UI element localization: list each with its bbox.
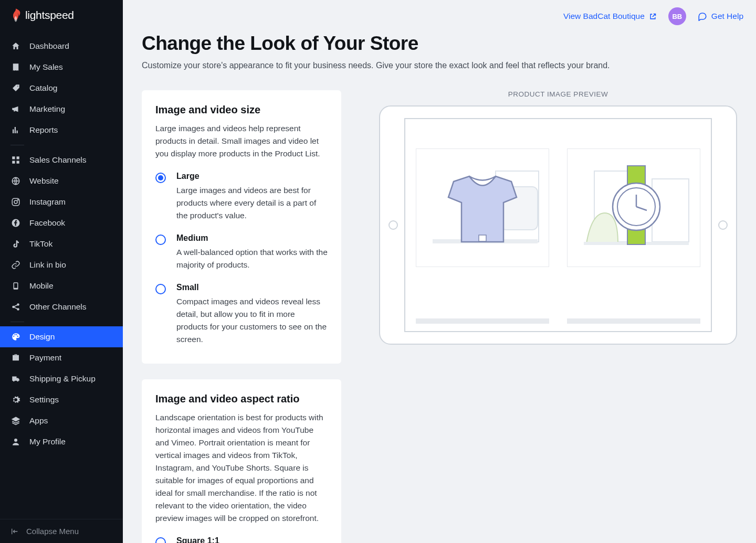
- nav-label: My Sales: [29, 62, 63, 72]
- tiktok-icon: [10, 239, 21, 249]
- nav-label: Mobile: [29, 281, 54, 291]
- sidebar-item-design[interactable]: Design: [0, 326, 123, 347]
- flame-icon: [10, 8, 21, 22]
- tablet-frame: [379, 105, 737, 345]
- view-store-label: View BadCat Boutique: [563, 12, 645, 21]
- sidebar-item-reports[interactable]: Reports: [0, 120, 123, 141]
- nav-label: Website: [29, 176, 59, 186]
- collapse-label: Collapse Menu: [26, 527, 79, 536]
- radio-option-medium[interactable]: Medium A well-balanced option that works…: [155, 233, 328, 271]
- preview-column: PRODUCT IMAGE PREVIEW: [379, 90, 737, 543]
- chat-icon: [698, 12, 707, 21]
- card-desc: Large images and videos help represent p…: [155, 122, 328, 160]
- sidebar-item-instagram[interactable]: Instagram: [0, 191, 123, 212]
- radio-icon[interactable]: [155, 284, 166, 294]
- nav-label: Instagram: [29, 197, 66, 207]
- nav-label: Reports: [29, 125, 58, 135]
- truck-icon: [10, 374, 21, 384]
- palette-icon: [10, 332, 21, 342]
- link-icon: [10, 260, 21, 270]
- sidebar-item-saleschannels[interactable]: Sales Channels: [0, 150, 123, 171]
- sidebar-item-apps[interactable]: Apps: [0, 410, 123, 431]
- radio-option-large[interactable]: Large Large images and videos are best f…: [155, 172, 328, 222]
- collapse-icon: [10, 527, 19, 536]
- sidebar-item-settings[interactable]: Settings: [0, 389, 123, 410]
- svg-point-14: [14, 439, 17, 442]
- content: Change the Look of Your Store Customize …: [123, 25, 756, 543]
- nav-label: Shipping & Pickup: [29, 374, 96, 384]
- radio-sub: Large images and videos are best for pro…: [176, 184, 328, 222]
- nav-label: Catalog: [29, 83, 57, 93]
- nav-label: Other Channels: [29, 302, 87, 312]
- radio-option-small[interactable]: Small Compact images and videos reveal l…: [155, 283, 328, 346]
- radio-option-square[interactable]: Square 1:1: [155, 536, 328, 543]
- nav-label: TikTok: [29, 239, 52, 249]
- nav: Dashboard My Sales Catalog Marketing Rep…: [0, 36, 123, 519]
- product-image-watch: [567, 148, 700, 267]
- card-title: Image and video aspect ratio: [155, 393, 328, 405]
- tshirt-icon: [422, 155, 543, 260]
- sidebar-item-linkinbio[interactable]: Link in bio: [0, 254, 123, 275]
- home-icon: [10, 41, 21, 51]
- svg-rect-2: [12, 161, 15, 164]
- external-link-icon: [649, 13, 657, 20]
- svg-rect-18: [479, 235, 486, 241]
- share-icon: [10, 302, 21, 312]
- logo-text: lightspeed: [25, 9, 74, 22]
- avatar[interactable]: BB: [668, 7, 686, 25]
- sidebar-item-website[interactable]: Website: [0, 171, 123, 191]
- sidebar-item-shipping[interactable]: Shipping & Pickup: [0, 368, 123, 389]
- svg-point-6: [14, 200, 17, 204]
- svg-rect-10: [14, 283, 17, 288]
- sidebar-item-myprofile[interactable]: My Profile: [0, 431, 123, 452]
- sidebar-item-mobile[interactable]: Mobile: [0, 275, 123, 296]
- mobile-icon: [10, 281, 21, 291]
- grid-icon: [10, 155, 21, 165]
- product-preview-1: [416, 148, 549, 324]
- sidebar-item-tiktok[interactable]: TikTok: [0, 233, 123, 254]
- tablet-screen: [404, 118, 712, 332]
- radio-icon[interactable]: [155, 235, 166, 245]
- nav-label: Payment: [29, 353, 61, 363]
- nav-label: Facebook: [29, 218, 65, 228]
- collapse-menu-button[interactable]: Collapse Menu: [0, 519, 123, 543]
- radio-icon[interactable]: [155, 173, 166, 183]
- nav-label: Settings: [29, 395, 59, 404]
- chart-icon: [10, 125, 21, 135]
- receipt-icon: [10, 62, 21, 72]
- sidebar-item-payment[interactable]: Payment: [0, 347, 123, 368]
- layers-icon: [10, 416, 21, 425]
- nav-label: Dashboard: [29, 41, 69, 51]
- nav-label: Sales Channels: [29, 155, 87, 165]
- svg-rect-0: [12, 156, 15, 159]
- radio-icon[interactable]: [155, 537, 166, 543]
- sidebar-item-marketing[interactable]: Marketing: [0, 99, 123, 120]
- nav-label: Design: [29, 332, 55, 342]
- tag-icon: [10, 83, 21, 93]
- watch-icon: [573, 155, 694, 260]
- card-title: Image and video size: [155, 104, 328, 116]
- page-subtitle: Customize your store's appearance to fit…: [142, 61, 737, 70]
- placeholder-bar: [416, 318, 549, 324]
- view-store-link[interactable]: View BadCat Boutique: [563, 12, 657, 21]
- sidebar-item-otherchannels[interactable]: Other Channels: [0, 296, 123, 317]
- radio-label: Large: [176, 172, 328, 181]
- product-preview-2: [567, 148, 700, 324]
- sidebar-item-catalog[interactable]: Catalog: [0, 78, 123, 99]
- sidebar-item-facebook[interactable]: Facebook: [0, 212, 123, 233]
- sidebar-item-dashboard[interactable]: Dashboard: [0, 36, 123, 57]
- sidebar-item-mysales[interactable]: My Sales: [0, 57, 123, 78]
- nav-label: Link in bio: [29, 260, 66, 270]
- divider: [10, 322, 24, 322]
- sidebar: lightspeed Dashboard My Sales Catalog Ma…: [0, 0, 123, 543]
- logo[interactable]: lightspeed: [0, 0, 123, 36]
- radio-label: Small: [176, 283, 328, 292]
- get-help-label: Get Help: [711, 12, 743, 21]
- briefcase-icon: [10, 353, 21, 363]
- gear-icon: [10, 395, 21, 404]
- get-help-link[interactable]: Get Help: [698, 12, 743, 21]
- radio-label: Square 1:1: [176, 536, 219, 543]
- svg-rect-3: [17, 161, 19, 164]
- nav-label: Apps: [29, 416, 48, 425]
- svg-point-7: [17, 199, 18, 200]
